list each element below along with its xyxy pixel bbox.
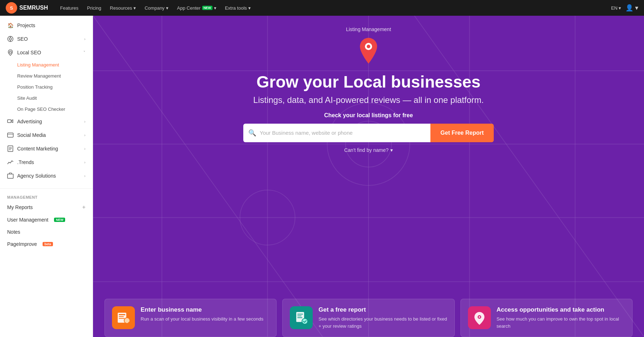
nav-links: Features Pricing Resources ▾ Company ▾ A…	[57, 3, 611, 13]
svg-point-42	[479, 316, 480, 318]
get-free-report-button[interactable]: Get Free Report	[430, 124, 494, 142]
main-content: Listing Management Grow your Local busin…	[93, 16, 644, 337]
nav-right: EN ▾ 👤 ▾	[611, 4, 638, 12]
access-opportunities-icon	[468, 306, 491, 329]
app-body: 🏠 Projects SEO ›	[0, 16, 644, 337]
social-media-icon	[7, 132, 14, 138]
sidebar-main-section: 🏠 Projects SEO ›	[0, 16, 93, 185]
language-selector[interactable]: EN ▾	[611, 5, 621, 11]
my-reports-plus-icon: +	[82, 204, 86, 210]
sidebar-sub-listing-management[interactable]: Listing Management	[0, 59, 93, 70]
svg-rect-33	[119, 318, 125, 319]
logo-text: SEMRUSH	[19, 5, 48, 11]
hero-title: Grow your Local businesses	[257, 73, 480, 91]
sidebar-sub-position-tracking[interactable]: Position Tracking	[0, 81, 93, 93]
svg-rect-8	[8, 133, 13, 137]
svg-line-35	[129, 322, 130, 324]
nav-pricing[interactable]: Pricing	[83, 3, 105, 13]
sidebar-item-content-marketing[interactable]: Content Marketing ›	[0, 142, 93, 155]
seo-icon	[7, 36, 14, 42]
projects-icon: 🏠	[7, 22, 14, 29]
svg-rect-39	[297, 317, 302, 318]
trends-chevron: ›	[84, 160, 86, 164]
sidebar-my-reports[interactable]: My Reports +	[0, 201, 93, 214]
logo[interactable]: S SEMRUSH	[6, 2, 48, 14]
sidebar-item-projects[interactable]: 🏠 Projects	[0, 19, 93, 32]
sidebar-sub-site-audit[interactable]: Site Audit	[0, 93, 93, 104]
cant-find-link[interactable]: Can't find by name? ▾	[344, 147, 393, 153]
card-free-report: Get a free report See which directories …	[282, 299, 454, 337]
sidebar-item-agency-solutions[interactable]: Agency Solutions ›	[0, 169, 93, 183]
trends-icon	[7, 159, 14, 165]
sidebar-pageimprove[interactable]: PageImprove beta	[0, 238, 93, 250]
content-marketing-chevron: ›	[84, 147, 86, 151]
free-report-icon	[290, 306, 313, 329]
seo-chevron: ›	[84, 37, 86, 41]
nav-features[interactable]: Features	[57, 3, 82, 13]
card-access-opportunities: Access opportunities and take action See…	[460, 299, 633, 337]
business-search-input[interactable]	[260, 130, 425, 136]
search-input-wrap: 🔍	[243, 124, 430, 142]
local-seo-chevron: ˅	[83, 50, 86, 55]
sidebar-item-trends[interactable]: .Trends ›	[0, 155, 93, 169]
social-media-chevron: ›	[84, 133, 86, 137]
search-row: 🔍 Get Free Report	[243, 124, 494, 142]
advertising-chevron: ›	[84, 119, 86, 124]
sidebar-item-local-seo[interactable]: Local SEO ˅	[0, 46, 93, 59]
card-enter-business-text: Enter business name Run a scan of your l…	[141, 306, 263, 323]
sidebar-item-social-media[interactable]: Social Media ›	[0, 128, 93, 142]
user-management-badge: new	[54, 218, 65, 222]
app-center-badge: new	[202, 6, 213, 10]
sidebar: 🏠 Projects SEO ›	[0, 16, 93, 337]
sidebar-notes[interactable]: Notes	[0, 226, 93, 238]
svg-rect-37	[297, 314, 303, 314]
nav-resources[interactable]: Resources ▾	[106, 3, 140, 13]
enter-business-icon	[112, 306, 135, 329]
card-free-report-text: Get a free report See which directories …	[318, 306, 447, 329]
page-label: Listing Management	[346, 26, 391, 32]
search-icon: 🔍	[248, 129, 256, 137]
sidebar-user-management[interactable]: User Management new	[0, 214, 93, 226]
svg-point-40	[302, 318, 308, 324]
sidebar-item-seo[interactable]: SEO ›	[0, 32, 93, 46]
sidebar-sub-on-page-seo[interactable]: On Page SEO Checker	[0, 104, 93, 115]
svg-rect-31	[119, 314, 125, 315]
svg-rect-38	[297, 316, 302, 316]
svg-point-6	[9, 51, 11, 53]
card-access-opportunities-text: Access opportunities and take action See…	[497, 306, 625, 329]
nav-app-center[interactable]: App Center new ▾	[174, 3, 220, 13]
hero-cta-label: Check your local listings for free	[324, 112, 413, 119]
svg-text:S: S	[10, 5, 13, 11]
sidebar-divider	[0, 188, 93, 189]
svg-point-29	[367, 45, 370, 48]
cant-find-chevron: ▾	[390, 147, 393, 153]
hero-section: Listing Management Grow your Local busin…	[93, 16, 644, 166]
top-navigation: S SEMRUSH Features Pricing Resources ▾ C…	[0, 0, 644, 16]
map-pin-icon	[357, 38, 380, 70]
local-seo-icon	[7, 49, 14, 56]
card-enter-business: Enter business name Run a scan of your l…	[104, 299, 277, 337]
pageimprove-badge: beta	[43, 242, 53, 246]
management-section-label: MANAGEMENT	[0, 192, 93, 201]
svg-rect-32	[119, 316, 124, 317]
sidebar-sub-review-management[interactable]: Review Management	[0, 70, 93, 81]
svg-rect-7	[8, 120, 11, 123]
nav-company[interactable]: Company ▾	[141, 3, 172, 13]
svg-rect-13	[8, 174, 13, 178]
agency-solutions-chevron: ›	[84, 174, 86, 178]
cards-row: Enter business name Run a scan of your l…	[93, 299, 644, 337]
nav-extra-tools[interactable]: Extra tools ▾	[221, 3, 254, 13]
agency-solutions-icon	[7, 173, 14, 179]
hero-subtitle: Listings, data, and AI-powered reviews —…	[253, 95, 484, 105]
sidebar-item-advertising[interactable]: Advertising ›	[0, 115, 93, 128]
content-marketing-icon	[7, 145, 14, 152]
advertising-icon	[7, 118, 14, 125]
svg-point-3	[9, 38, 11, 40]
user-menu[interactable]: 👤 ▾	[625, 4, 638, 12]
